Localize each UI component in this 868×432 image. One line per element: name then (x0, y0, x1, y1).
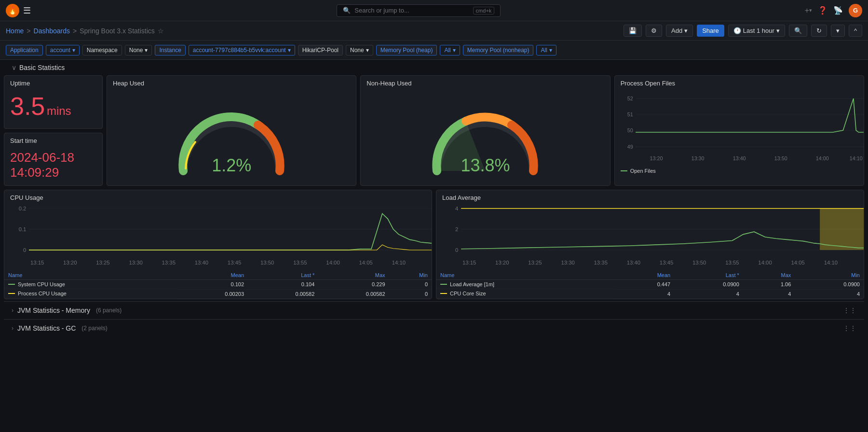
jvm-gc-section[interactable]: › JVM Statistics - GC (2 panels) ⋮⋮ (4, 319, 864, 337)
hamburger-menu[interactable]: ☰ (23, 5, 31, 16)
svg-text:13:20: 13:20 (650, 156, 663, 161)
row-last: 0.0900 (674, 280, 743, 290)
basic-statistics-section[interactable]: ∨ Basic Statistics (4, 60, 864, 75)
section-chevron: ∨ (12, 64, 16, 71)
breadcrumb-dashboards[interactable]: Dashboards (34, 27, 70, 35)
jvm-memory-section[interactable]: › JVM Statistics - Memory (6 panels) ⋮⋮ (4, 301, 864, 319)
memory-nonheap-filter-label[interactable]: Memory Pool (nonheap) (463, 45, 534, 56)
nav-right: + ▾ ❓ 📡 G (805, 4, 862, 17)
main-content: ∨ Basic Statistics Uptime 3.5 mins Start… (0, 60, 868, 432)
grafana-logo[interactable]: 🔥 (6, 4, 19, 17)
row-indicator (440, 293, 447, 294)
col-name: Name (436, 271, 614, 280)
expand-icon: › (12, 307, 14, 314)
star-button[interactable]: ☆ (158, 27, 164, 35)
col-mean: Mean (614, 271, 674, 280)
svg-text:52: 52 (627, 96, 633, 101)
namespace-filter-label[interactable]: Namespace (82, 45, 122, 56)
account-filter-value[interactable]: account ▾ (46, 45, 80, 56)
svg-text:13:45: 13:45 (660, 260, 673, 265)
table-row: CPU Core Size 4 4 4 4 (436, 289, 864, 298)
dots-menu-icon[interactable]: ⋮⋮ (843, 324, 856, 332)
row-mean: 4 (614, 289, 674, 298)
search-icon: 🔍 (343, 7, 351, 14)
row-indicator (8, 293, 15, 294)
svg-text:51: 51 (627, 112, 633, 117)
page-title: Spring Boot 3.x Statistics (80, 27, 155, 35)
save-button[interactable]: 💾 (624, 25, 642, 37)
zoom-out-button[interactable]: 🔍 (789, 25, 807, 37)
instance-filter-value[interactable]: account-7797c884b5-b5vvk:account ▾ (189, 45, 295, 56)
svg-text:49: 49 (627, 144, 633, 150)
svg-text:13:35: 13:35 (162, 260, 176, 265)
add-button[interactable]: + ▾ (805, 6, 812, 15)
open-files-legend-label: Open Files (630, 168, 656, 174)
time-range-picker[interactable]: 🕐 Last 1 hour ▾ (728, 25, 785, 37)
row-min: 0 (389, 289, 432, 298)
breadcrumb-home[interactable]: Home (6, 27, 24, 35)
col-min: Min (389, 271, 432, 280)
filter-bar: Application account ▾ Namespace None ▾ I… (0, 41, 868, 60)
svg-text:13:40: 13:40 (732, 156, 746, 161)
refresh-button[interactable]: ↻ (811, 25, 827, 37)
row-indicator (8, 284, 15, 285)
start-time-panel: Start time 2024-06-18 14:09:29 (4, 133, 103, 186)
row-mean: 0.00203 (177, 289, 248, 298)
svg-text:50: 50 (627, 128, 633, 133)
heap-used-panel: Heap Used 1.2% (107, 75, 356, 186)
non-heap-gauge-value: 13.8% (461, 155, 510, 176)
svg-text:14:05: 14:05 (359, 260, 373, 265)
svg-text:13:20: 13:20 (495, 260, 509, 265)
hikari-filter-value[interactable]: None ▾ (346, 45, 373, 56)
memory-nonheap-filter-value[interactable]: All ▾ (536, 45, 556, 56)
start-time-content: 2024-06-18 14:09:29 (4, 146, 102, 184)
svg-text:13:25: 13:25 (96, 260, 109, 265)
instance-filter-label[interactable]: Instance (155, 45, 185, 56)
uptime-unit: mins (47, 104, 71, 117)
memory-heap-filter-label[interactable]: Memory Pool (heap) (376, 45, 437, 56)
svg-text:4: 4 (455, 206, 458, 211)
cpu-stats-table: Name Mean Last * Max Min System CPU Usag… (4, 271, 432, 299)
namespace-filter-value[interactable]: None ▾ (125, 45, 152, 56)
svg-text:14:10: 14:10 (849, 156, 862, 161)
svg-text:13:25: 13:25 (528, 260, 542, 265)
refresh-options-button[interactable]: ▾ (831, 25, 845, 37)
row-max: 0.00582 (318, 289, 389, 298)
svg-text:14:00: 14:00 (758, 260, 772, 265)
table-row: System CPU Usage 0.102 0.104 0.229 0 (4, 280, 432, 290)
svg-text:13:50: 13:50 (692, 260, 706, 265)
help-button[interactable]: ❓ (818, 6, 827, 15)
process-open-files-label: Process Open Files (615, 76, 864, 89)
row-name-cell: System CPU Usage (4, 280, 177, 289)
jvm-memory-panel-count: (6 panels) (96, 307, 122, 314)
share-button[interactable]: Share (697, 25, 724, 37)
svg-text:0.2: 0.2 (19, 206, 27, 211)
row-last: 4 (674, 289, 743, 298)
uptime-wrapper: Uptime 3.5 mins Start time 2024-06-18 14… (4, 75, 103, 186)
col-max: Max (318, 271, 389, 280)
expandable-sections: › JVM Statistics - Memory (6 panels) ⋮⋮ … (4, 301, 864, 337)
collapse-button[interactable]: ^ (849, 25, 862, 37)
user-avatar[interactable]: G (849, 4, 862, 17)
row-indicator (440, 284, 447, 285)
svg-text:14:10: 14:10 (392, 260, 406, 265)
memory-heap-filter-value[interactable]: All ▾ (440, 45, 460, 56)
add-panel-button[interactable]: Add ▾ (666, 25, 693, 37)
open-files-legend-dot (621, 170, 627, 171)
svg-text:14:10: 14:10 (824, 260, 838, 265)
hikari-filter-label[interactable]: HikariCP-Pool (298, 45, 343, 56)
news-button[interactable]: 📡 (833, 6, 843, 15)
application-filter-label[interactable]: Application (6, 45, 43, 56)
row-max: 4 (743, 289, 795, 298)
col-last: Last * (674, 271, 743, 280)
table-row: Process CPU Usage 0.00203 0.00582 0.0058… (4, 289, 432, 298)
col-name: Name (4, 271, 177, 280)
svg-text:0.1: 0.1 (19, 226, 27, 232)
section-title: Basic Statistics (19, 64, 65, 71)
load-average-chart: 4 2 0 13:15 13:20 13:25 13:30 13:35 13:4… (436, 203, 864, 271)
svg-text:13:40: 13:40 (627, 260, 640, 265)
search-bar[interactable]: 🔍 Search or jump to... cmd+k (337, 4, 501, 17)
dots-menu-icon[interactable]: ⋮⋮ (843, 307, 856, 314)
svg-text:0: 0 (23, 248, 26, 253)
settings-button[interactable]: ⚙ (646, 25, 662, 37)
